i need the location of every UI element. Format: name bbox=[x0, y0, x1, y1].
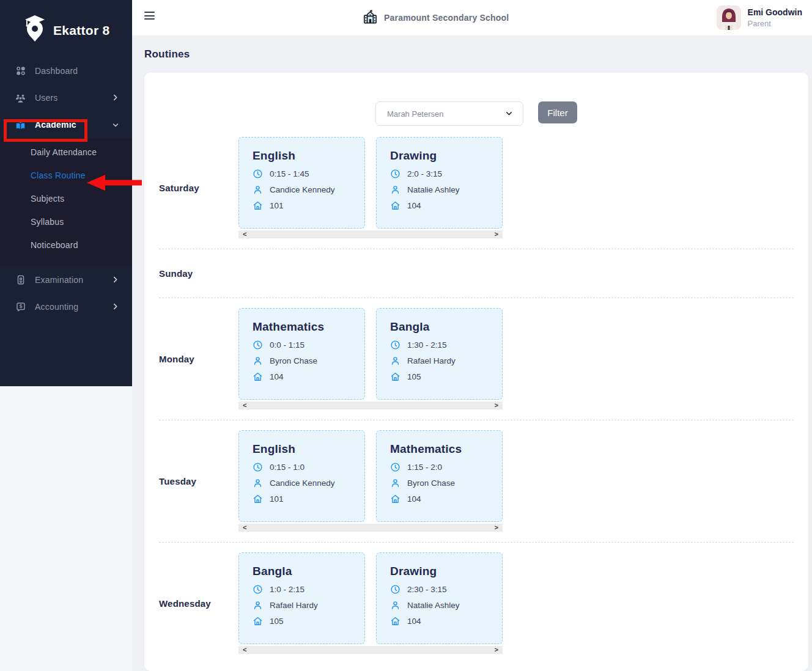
class-card: Mathematics 0:0 - 1:15 Byron Chase 104 bbox=[238, 308, 365, 400]
class-card: Bangla 1:0 - 2:15 Rafael Hardy 105 bbox=[238, 552, 365, 644]
home-icon bbox=[253, 372, 263, 382]
class-time: 1:0 - 2:15 bbox=[270, 585, 304, 594]
users-icon bbox=[15, 92, 26, 104]
teacher-name: Byron Chase bbox=[270, 356, 317, 365]
scroll-left-button[interactable]: < bbox=[243, 647, 246, 653]
horizontal-scrollbar[interactable]: < > bbox=[238, 646, 503, 654]
sidebar-item-daily-attendance[interactable]: Daily Attendance bbox=[0, 141, 132, 164]
sidebar-spacer bbox=[0, 386, 132, 671]
sidebar-item-syllabus[interactable]: Syllabus bbox=[0, 210, 132, 233]
chevron-down-icon bbox=[504, 109, 514, 119]
hamburger-menu-icon[interactable] bbox=[144, 12, 155, 22]
day-classes: English 0:15 - 1:45 Candice Kennedy 101 … bbox=[238, 137, 503, 238]
person-icon bbox=[390, 600, 400, 610]
subject-name: Mathematics bbox=[390, 442, 502, 456]
room-number: 104 bbox=[407, 201, 421, 210]
room-number: 105 bbox=[270, 617, 284, 626]
day-row-sunday: Sunday bbox=[159, 259, 794, 287]
student-select[interactable]: Marah Petersen bbox=[375, 101, 523, 126]
class-time: 2:30 - 3:15 bbox=[407, 585, 447, 594]
row-divider bbox=[159, 542, 794, 543]
class-time: 1:15 - 2:0 bbox=[407, 463, 442, 472]
day-label: Wednesday bbox=[159, 552, 238, 654]
sidebar-item-academic[interactable]: Academic bbox=[0, 111, 132, 138]
clock-icon bbox=[390, 169, 400, 179]
page-title: Routines bbox=[144, 35, 190, 73]
sidebar-item-label: Academic bbox=[35, 120, 103, 130]
sidebar-item-accounting[interactable]: $ Accounting bbox=[0, 293, 132, 320]
subject-name: English bbox=[253, 149, 364, 163]
app-logo[interactable]: Ekattor 8 bbox=[0, 0, 132, 57]
student-select-value: Marah Petersen bbox=[387, 109, 444, 119]
clock-icon bbox=[390, 340, 400, 350]
scroll-right-button[interactable]: > bbox=[495, 647, 498, 653]
subject-name: Drawing bbox=[390, 149, 502, 163]
class-card: English 0:15 - 1:0 Candice Kennedy 101 bbox=[238, 430, 365, 522]
scroll-left-button[interactable]: < bbox=[243, 402, 246, 409]
day-row-monday: Monday Mathematics 0:0 - 1:15 Byron Chas… bbox=[159, 308, 794, 409]
horizontal-scrollbar[interactable]: < > bbox=[238, 524, 503, 532]
sidebar-item-label: Dashboard bbox=[35, 66, 120, 76]
avatar bbox=[717, 6, 741, 30]
subject-name: Bangla bbox=[390, 320, 502, 334]
home-icon bbox=[390, 200, 400, 211]
horizontal-scrollbar[interactable]: < > bbox=[238, 230, 503, 238]
subject-name: Mathematics bbox=[253, 320, 364, 334]
sidebar-item-label: Accounting bbox=[35, 302, 103, 312]
horizontal-scrollbar[interactable]: < > bbox=[238, 402, 503, 409]
scroll-left-button[interactable]: < bbox=[243, 524, 246, 531]
teacher-name: Candice Kennedy bbox=[270, 185, 335, 194]
home-icon bbox=[390, 616, 400, 626]
room-number: 104 bbox=[407, 617, 421, 626]
teacher-name: Candice Kennedy bbox=[270, 479, 335, 488]
clock-icon bbox=[390, 462, 400, 472]
sidebar-item-users[interactable]: Users bbox=[0, 84, 132, 111]
home-icon bbox=[253, 616, 263, 626]
teacher-name: Natalie Ashley bbox=[407, 185, 460, 194]
academic-icon bbox=[15, 119, 26, 131]
sidebar-item-subjects[interactable]: Subjects bbox=[0, 187, 132, 210]
class-card: Drawing 2:30 - 3:15 Natalie Ashley 104 bbox=[376, 552, 503, 644]
class-time: 1:30 - 2:15 bbox=[407, 340, 447, 350]
room-number: 101 bbox=[270, 494, 284, 504]
class-time: 0:15 - 1:45 bbox=[270, 169, 309, 178]
sidebar-item-label: Users bbox=[35, 93, 103, 103]
person-icon bbox=[253, 600, 263, 610]
school-brand: Paramount Secondary School bbox=[362, 0, 509, 35]
day-label: Sunday bbox=[159, 259, 238, 287]
clock-icon bbox=[253, 169, 263, 179]
person-icon bbox=[253, 478, 263, 488]
subject-name: Bangla bbox=[253, 565, 364, 578]
person-icon bbox=[390, 478, 400, 488]
room-number: 104 bbox=[407, 494, 421, 504]
class-card: English 0:15 - 1:45 Candice Kennedy 101 bbox=[238, 137, 365, 229]
sidebar-item-label: Examination bbox=[35, 275, 103, 285]
clock-icon bbox=[253, 462, 263, 472]
user-name: Emi Goodwin bbox=[748, 7, 802, 17]
sidebar-item-noticeboard[interactable]: Noticeboard bbox=[0, 233, 132, 257]
home-icon bbox=[390, 372, 400, 382]
room-number: 105 bbox=[407, 372, 421, 381]
user-profile[interactable]: Emi Goodwin Parent bbox=[717, 6, 802, 30]
day-classes: English 0:15 - 1:0 Candice Kennedy 101 M… bbox=[238, 430, 503, 532]
user-role: Parent bbox=[748, 19, 802, 28]
class-time: 0:0 - 1:15 bbox=[270, 340, 304, 350]
routines-panel: Marah Petersen Filter Saturday English 0… bbox=[144, 73, 808, 671]
dashboard-icon bbox=[15, 65, 26, 77]
day-classes: Bangla 1:0 - 2:15 Rafael Hardy 105 Drawi… bbox=[238, 552, 503, 654]
scroll-right-button[interactable]: > bbox=[495, 402, 498, 409]
sidebar-item-dashboard[interactable]: Dashboard bbox=[0, 57, 132, 84]
day-row-saturday: Saturday English 0:15 - 1:45 Candice Ken… bbox=[159, 137, 794, 238]
filter-button[interactable]: Filter bbox=[538, 101, 577, 123]
home-icon bbox=[253, 200, 263, 211]
subject-name: Drawing bbox=[390, 565, 502, 578]
day-label: Saturday bbox=[159, 137, 238, 238]
accounting-icon: $ bbox=[15, 301, 26, 313]
sidebar-item-class-routine[interactable]: Class Routine bbox=[0, 164, 132, 187]
scroll-left-button[interactable]: < bbox=[243, 231, 246, 238]
scroll-right-button[interactable]: > bbox=[495, 231, 498, 238]
academic-submenu: Daily Attendance Class Routine Subjects … bbox=[0, 138, 132, 266]
sidebar-item-examination[interactable]: Examination bbox=[0, 266, 132, 293]
scroll-right-button[interactable]: > bbox=[495, 524, 498, 531]
filter-row: Marah Petersen Filter bbox=[144, 73, 808, 126]
